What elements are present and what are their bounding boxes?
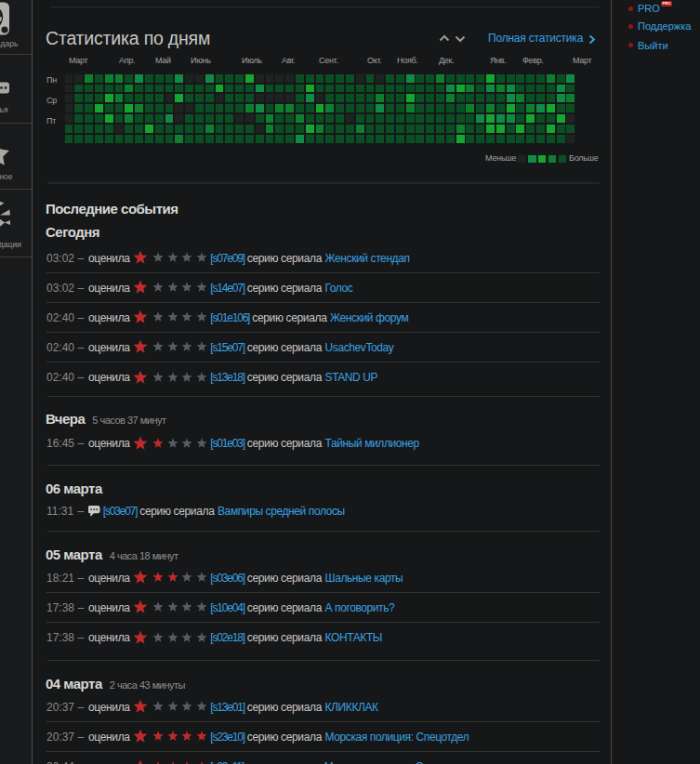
svg-text:PRO: PRO <box>662 1 671 6</box>
